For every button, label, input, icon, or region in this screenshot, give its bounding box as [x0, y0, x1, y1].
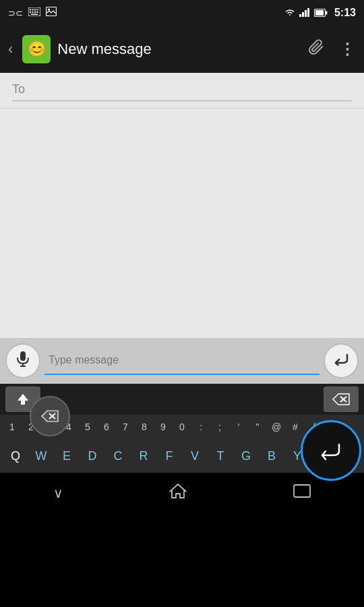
key-5[interactable]: 5: [78, 422, 97, 432]
key-r[interactable]: R: [131, 442, 156, 470]
key-q[interactable]: Q: [3, 442, 28, 470]
voicemail-icon: ⊃⊂: [8, 8, 23, 18]
key-exclaim[interactable]: !: [361, 422, 364, 432]
app-icon: 😊: [22, 35, 51, 63]
key-6[interactable]: 6: [97, 422, 116, 432]
key-u[interactable]: U: [361, 442, 364, 470]
message-area[interactable]: [0, 109, 364, 338]
key-t[interactable]: T: [208, 442, 233, 470]
action-bar-right: ⋮: [308, 39, 356, 59]
svg-rect-17: [326, 11, 328, 14]
status-bar-left: ⊃⊂: [8, 7, 57, 19]
message-input-row: [0, 338, 364, 384]
key-w[interactable]: W: [28, 442, 54, 470]
action-bar-left: ‹ 😊 New message: [8, 35, 152, 63]
key-quote[interactable]: ': [229, 422, 248, 432]
status-bar-right: 5:13: [284, 7, 356, 19]
key-f[interactable]: F: [156, 442, 182, 470]
svg-rect-7: [34, 11, 36, 13]
key-7[interactable]: 7: [116, 422, 135, 432]
svg-rect-5: [30, 11, 31, 13]
keyboard-area: 1 2 3 4 5 6 7 8 9 0 : ; ' " @ # ( ) _ ! …: [0, 384, 364, 473]
svg-rect-14: [305, 10, 307, 17]
svg-point-11: [48, 9, 50, 11]
app-icon-emoji: 😊: [28, 40, 46, 58]
image-icon: [46, 7, 57, 19]
page-title: New message: [57, 40, 151, 58]
more-options-button[interactable]: ⋮: [339, 40, 356, 59]
svg-rect-15: [307, 8, 309, 17]
svg-rect-2: [32, 9, 34, 11]
key-v[interactable]: V: [182, 442, 208, 470]
signal-icon: [299, 7, 310, 19]
nav-bar: ∨: [0, 473, 364, 513]
svg-rect-12: [299, 14, 301, 17]
mic-button[interactable]: [5, 343, 40, 378]
to-field-wrapper: To: [0, 73, 364, 109]
svg-rect-13: [302, 12, 304, 17]
back-button[interactable]: ‹: [8, 40, 13, 58]
key-8[interactable]: 8: [135, 422, 154, 432]
wifi-icon: [284, 7, 295, 19]
delete-circle-button[interactable]: [30, 396, 70, 436]
nav-recents-button[interactable]: [293, 484, 311, 502]
svg-rect-9: [31, 14, 38, 16]
enter-button[interactable]: [301, 420, 361, 481]
svg-rect-3: [34, 9, 36, 11]
svg-rect-10: [47, 7, 57, 16]
key-e-r1[interactable]: E: [54, 442, 80, 470]
nav-home-button[interactable]: [169, 483, 187, 503]
svg-marker-22: [18, 394, 28, 405]
message-input[interactable]: [44, 347, 320, 375]
nav-back-button[interactable]: ∨: [53, 485, 63, 501]
status-bar: ⊃⊂: [0, 0, 364, 26]
svg-rect-18: [315, 10, 324, 16]
svg-marker-27: [171, 484, 185, 498]
key-1[interactable]: 1: [3, 422, 22, 432]
svg-rect-8: [37, 11, 38, 13]
key-hash[interactable]: #: [286, 422, 305, 432]
to-underline: [12, 100, 352, 101]
keyboard-icon: [28, 7, 40, 19]
svg-rect-6: [32, 11, 34, 13]
key-c-r1[interactable]: C: [105, 442, 131, 470]
key-semicolon[interactable]: ;: [210, 422, 229, 432]
svg-rect-4: [37, 9, 38, 11]
key-b[interactable]: B: [259, 442, 284, 470]
time-display: 5:13: [334, 7, 356, 19]
svg-rect-1: [30, 9, 31, 11]
key-g[interactable]: G: [233, 442, 259, 470]
key-colon[interactable]: :: [191, 422, 210, 432]
to-label: To: [12, 82, 25, 96]
key-0[interactable]: 0: [173, 422, 191, 432]
send-icon: [334, 352, 348, 370]
mic-icon: [16, 351, 30, 371]
battery-icon: [314, 7, 328, 19]
svg-rect-28: [294, 485, 310, 497]
key-dquote[interactable]: ": [248, 422, 267, 432]
svg-rect-19: [20, 351, 26, 361]
keyboard-row1: Q W E D C R F V T G B Y H N U J M: [0, 439, 364, 473]
key-9[interactable]: 9: [154, 422, 173, 432]
key-at[interactable]: @: [267, 422, 286, 432]
key-d[interactable]: D: [80, 442, 105, 470]
send-button[interactable]: [324, 343, 359, 378]
attach-button[interactable]: [308, 39, 324, 59]
delete-button[interactable]: [324, 386, 359, 412]
action-bar: ‹ 😊 New message ⋮: [0, 26, 364, 73]
